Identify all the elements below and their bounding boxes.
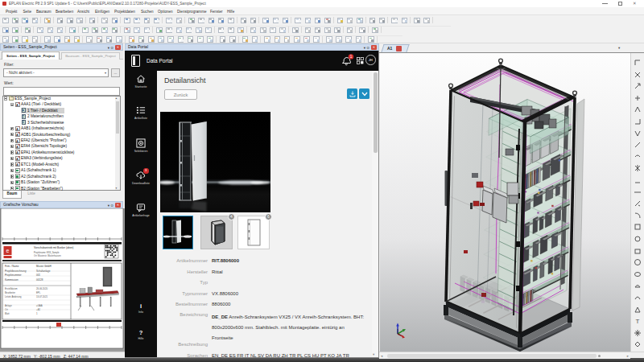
svg-text:Vorschubantrieb mit Bunker (ob: Vorschubantrieb mit Bunker (oben): [34, 246, 73, 249]
svg-text:Ort: Musterstr. Musterhausen: Ort: Musterstr. Musterhausen: [34, 254, 61, 257]
svg-text:Projektnummer:: Projektnummer:: [5, 274, 22, 277]
svg-text:e: e: [6, 248, 10, 253]
svg-text:T: T: [636, 318, 640, 325]
svg-text:Projektname: ESS_Sample: Projektname: ESS_Sample: [34, 251, 60, 254]
svg-text:26.06.2020: 26.06.2020: [36, 287, 47, 290]
svg-text:13.07.2021: 13.07.2021: [36, 295, 47, 298]
svg-text:Blatt: Blatt: [5, 312, 10, 315]
svg-text:Firm. / Name: Firm. / Name: [5, 265, 19, 268]
svg-text:Letzte Änderung: Letzte Änderung: [5, 295, 22, 298]
svg-text:Muster GmbH: Muster GmbH: [36, 265, 52, 268]
svg-text:Bearbeiter: Bearbeiter: [5, 291, 15, 294]
svg-text:Projektbezeichnung:: Projektbezeichnung:: [5, 269, 27, 273]
svg-text:1: 1: [350, 55, 353, 59]
svg-text:Anlage: Anlage: [5, 304, 12, 307]
svg-text:EPL: EPL: [36, 291, 41, 294]
svg-text:001: 001: [36, 274, 40, 277]
svg-text:=GAA: =GAA: [36, 304, 43, 307]
svg-text:Schaltanlage: Schaltanlage: [36, 269, 51, 273]
svg-text:Erstelldatum: Erstelldatum: [5, 287, 18, 290]
